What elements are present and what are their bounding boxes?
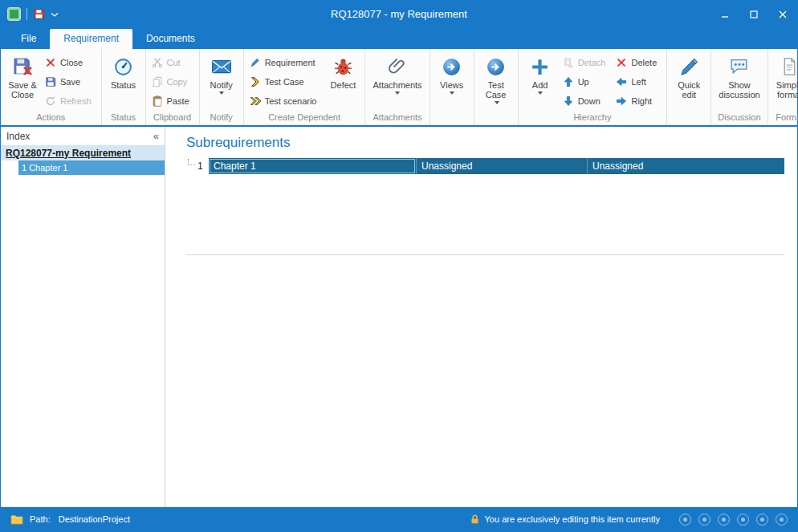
group-label-attachments: Attachments xyxy=(365,112,429,125)
ribbon-group-views: Views xyxy=(430,49,474,125)
views-sphere-icon xyxy=(442,55,462,79)
status-icon-1[interactable] xyxy=(679,514,691,526)
copy-button[interactable]: Copy xyxy=(149,72,196,91)
folder-icon xyxy=(10,514,23,525)
ribbon-group-create-dependent: Requirement Test Case Test scenario xyxy=(244,49,366,125)
title-bar: RQ128077 - my Requirement xyxy=(1,1,797,27)
quick-access-toolbar xyxy=(1,7,59,21)
tree-item-root[interactable]: RQ128077-my Requirement xyxy=(1,145,165,160)
sidebar-title: Index xyxy=(6,131,30,142)
lock-message: You are exclusively editing this item cu… xyxy=(485,514,660,524)
attachments-button[interactable]: Attachments xyxy=(368,51,425,112)
group-label-actions: Actions xyxy=(1,112,101,125)
discussion-bubble-icon xyxy=(729,55,749,79)
paste-button[interactable]: Paste xyxy=(149,91,196,111)
ribbon-tabs: File Requirement Documents xyxy=(1,27,797,49)
move-down-button[interactable]: Down xyxy=(560,91,613,111)
save-and-close-button[interactable]: Save & Close xyxy=(4,51,41,112)
simple-format-label: Simple format xyxy=(776,80,798,99)
views-button[interactable]: Views xyxy=(434,51,470,112)
status-icon-4[interactable] xyxy=(737,514,749,526)
dropdown-arrow-icon xyxy=(450,91,454,95)
cell-assignee-2[interactable]: Unassigned xyxy=(587,158,784,174)
status-icon-5[interactable] xyxy=(756,514,768,526)
group-label-views xyxy=(430,112,474,125)
application-window: RQ128077 - my Requirement File Requireme… xyxy=(0,0,798,532)
paperclip-icon xyxy=(388,55,407,79)
dropdown-arrow-icon xyxy=(219,91,224,95)
detach-button[interactable]: Detach xyxy=(560,53,613,72)
test-scenario-icon xyxy=(250,95,261,107)
close-button[interactable]: Close xyxy=(43,53,98,72)
attachments-label: Attachments xyxy=(373,80,421,90)
tree-item-chapter[interactable]: 1 Chapter 1 xyxy=(18,160,165,175)
copy-icon xyxy=(152,76,163,87)
app-icon[interactable] xyxy=(7,7,21,21)
defect-button[interactable]: Defect xyxy=(324,51,361,112)
status-icon-2[interactable] xyxy=(698,514,710,526)
dropdown-arrow-icon xyxy=(538,91,543,95)
save-button[interactable]: Save xyxy=(43,72,98,91)
detach-label: Detach xyxy=(578,58,606,67)
collapse-sidebar-button[interactable]: « xyxy=(153,130,159,142)
status-bar: Path: DestinationProject You are exclusi… xyxy=(1,507,797,531)
close-label: Close xyxy=(60,58,83,67)
move-up-button[interactable]: Up xyxy=(560,72,613,91)
move-right-button[interactable]: Right xyxy=(613,91,663,111)
cell-name[interactable]: Chapter 1 xyxy=(209,158,416,174)
ribbon-group-clipboard: Cut Copy Paste Clipboard xyxy=(146,49,200,125)
ribbon-group-test-case: Test Case xyxy=(474,49,519,125)
create-requirement-label: Requirement xyxy=(265,58,316,67)
show-discussion-label: Show discussion xyxy=(719,80,759,99)
save-and-close-icon xyxy=(12,55,33,79)
create-requirement-button[interactable]: Requirement xyxy=(247,53,324,72)
notify-button[interactable]: Notify xyxy=(203,51,240,112)
add-button[interactable]: Add xyxy=(522,51,559,112)
document-icon xyxy=(780,55,798,79)
main-panel: Subrequirements 1 Chapter 1 Unassigned U… xyxy=(165,127,797,507)
status-icon-3[interactable] xyxy=(718,514,730,526)
cut-button[interactable]: Cut xyxy=(149,53,196,72)
lock-icon xyxy=(470,514,480,525)
status-icon-6[interactable] xyxy=(776,514,788,526)
delete-label: Delete xyxy=(631,58,657,67)
tab-requirement[interactable]: Requirement xyxy=(50,29,132,49)
paste-label: Paste xyxy=(167,96,189,106)
ribbon: Save & Close Close Save Refresh xyxy=(1,49,797,127)
simple-format-button[interactable]: Simple format xyxy=(772,51,798,112)
quick-edit-label: Quick edit xyxy=(674,80,703,99)
quick-edit-button[interactable]: Quick edit xyxy=(670,51,707,112)
quick-edit-pencil-icon xyxy=(679,55,699,79)
cell-assignee-1[interactable]: Unassigned xyxy=(416,158,587,174)
cut-icon xyxy=(152,57,163,68)
tab-file[interactable]: File xyxy=(7,29,50,49)
save-label: Save xyxy=(60,77,80,87)
create-test-case-button[interactable]: Test Case xyxy=(247,72,324,91)
ribbon-group-actions: Save & Close Close Save Refresh xyxy=(1,49,102,125)
close-window-button[interactable] xyxy=(768,1,797,27)
ribbon-group-hierarchy: Add Detach Up Down xyxy=(519,49,668,125)
maximize-button[interactable] xyxy=(739,1,768,27)
table-row[interactable]: Chapter 1 Unassigned Unassigned xyxy=(209,158,784,174)
create-test-scenario-button[interactable]: Test scenario xyxy=(247,91,324,111)
ribbon-group-quick-edit: Quick edit xyxy=(667,49,711,125)
group-label-quick-edit xyxy=(667,112,710,125)
status-button[interactable]: Status xyxy=(105,51,142,112)
group-label-discussion: Discussion xyxy=(711,112,767,125)
tab-documents[interactable]: Documents xyxy=(132,29,209,49)
quick-access-dropdown-icon[interactable] xyxy=(51,11,59,18)
delete-icon xyxy=(616,57,627,68)
add-label: Add xyxy=(532,80,548,90)
group-label-create-dependent: Create Dependent xyxy=(244,112,365,125)
quick-save-icon[interactable] xyxy=(33,8,45,20)
delete-button[interactable]: Delete xyxy=(613,53,663,72)
move-up-label: Up xyxy=(578,77,589,87)
minimize-button[interactable] xyxy=(710,1,739,27)
test-case-button[interactable]: Test Case xyxy=(478,51,515,112)
group-label-clipboard: Clipboard xyxy=(146,112,199,125)
refresh-button[interactable]: Refresh xyxy=(43,91,98,111)
group-label-format: Format xyxy=(768,112,798,125)
ribbon-group-format: Simple format Format xyxy=(768,49,798,125)
show-discussion-button[interactable]: Show discussion xyxy=(715,51,763,112)
move-left-button[interactable]: Left xyxy=(613,72,663,91)
